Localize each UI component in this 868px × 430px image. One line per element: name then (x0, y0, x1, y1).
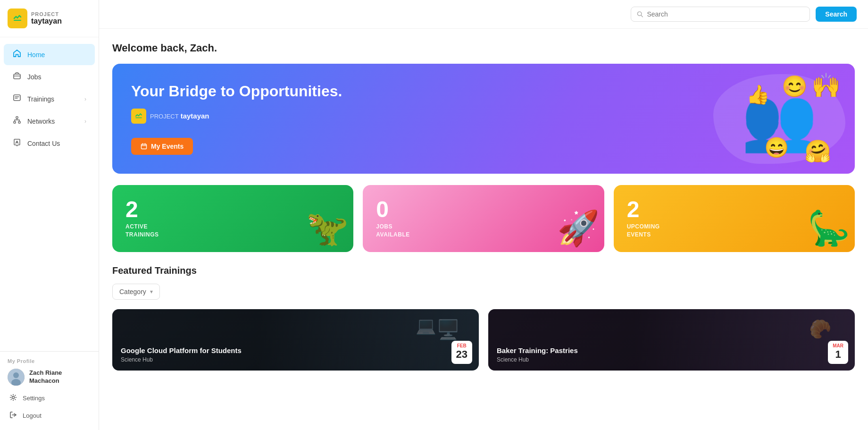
stat-card-jobs: 0 JOBS AVAILABLE 🚀 (363, 185, 604, 252)
logout-link[interactable]: Logout (8, 408, 91, 423)
contact-icon (12, 138, 22, 149)
sidebar-item-jobs[interactable]: Jobs (4, 66, 95, 87)
main-content: Search Welcome back, Zach. Your Bridge t… (99, 0, 868, 430)
logo-text: PROJECT taytayan (31, 11, 62, 25)
svg-rect-3 (16, 117, 18, 118)
sidebar-item-contact[interactable]: Contact Us (4, 133, 95, 154)
sidebar-bottom: My Profile Zach Riane Machacon Se (0, 351, 99, 430)
sidebar-item-trainings[interactable]: Trainings › (4, 88, 95, 110)
svg-rect-5 (18, 121, 20, 123)
contact-label: Contact Us (27, 140, 60, 147)
logo-app-name: taytayan (31, 17, 62, 25)
networks-icon (12, 116, 22, 126)
training-sub-1: Science Hub (497, 356, 846, 363)
hero-app-name: taytayan (181, 112, 209, 120)
training-title-0: Google Cloud Platform for Students (121, 346, 470, 354)
hero-project-label: PROJECT (150, 113, 179, 120)
hero-banner: Your Bridge to Opportunities. PROJECTtay… (112, 64, 855, 174)
avatar (8, 369, 25, 386)
stat-card-events: 2 UPCOMING EVENTS 🦕 (614, 185, 855, 252)
date-day-0: 23 (456, 348, 467, 361)
mascot-rocket: 🚀 (557, 208, 600, 248)
trainings-arrow: › (84, 96, 86, 102)
training-card-1[interactable]: 🥐 Baker Training: Pastries Science Hub M… (488, 309, 855, 371)
svg-point-8 (13, 372, 19, 378)
logo-project-label: PROJECT (31, 11, 62, 17)
home-icon (12, 49, 22, 60)
date-badge-0: FEB 23 (451, 341, 472, 363)
training-title-1: Baker Training: Pastries (497, 346, 846, 354)
mascot-dino-yellow: 🦕 (808, 208, 850, 248)
search-icon (637, 11, 643, 17)
svg-rect-13 (142, 144, 147, 149)
sidebar-item-networks[interactable]: Networks › (4, 110, 95, 132)
sidebar-item-home[interactable]: Home (4, 44, 95, 65)
date-month-0: FEB (456, 344, 467, 348)
training-card-0[interactable]: 🖥️ 💻 Google Cloud Platform for Students … (112, 309, 479, 371)
logout-icon (9, 411, 18, 420)
hero-left: Your Bridge to Opportunities. PROJECTtay… (131, 83, 342, 155)
search-wrapper (631, 7, 810, 22)
hero-logo-icon (131, 109, 146, 124)
stats-row: 2 ACTIVE TRAININGS 🦖 0 JOBS AVAILABLE 🚀 … (112, 185, 855, 252)
stat-card-trainings: 2 ACTIVE TRAININGS 🦖 (112, 185, 353, 252)
my-events-button[interactable]: My Events (131, 138, 193, 155)
networks-arrow: › (84, 118, 86, 125)
hero-logo: PROJECTtaytayan (131, 109, 342, 124)
category-label: Category (119, 288, 146, 295)
date-month-1: MAR (833, 344, 843, 348)
settings-link[interactable]: Settings (8, 390, 91, 406)
hero-people-illustration: 👥 🙌 😊 👍 🤗 😄 (676, 64, 855, 174)
jobs-label: Jobs (27, 73, 42, 81)
hero-logo-text: PROJECTtaytayan (150, 112, 209, 120)
trainings-label: Trainings (27, 95, 54, 103)
svg-rect-2 (14, 95, 20, 101)
search-input[interactable] (647, 10, 804, 18)
date-badge-1: MAR 1 (828, 341, 848, 363)
logo-icon (8, 8, 27, 28)
training-cards-grid: 🖥️ 💻 Google Cloud Platform for Students … (112, 309, 855, 371)
nav-menu: Home Jobs Trainings › (0, 37, 99, 351)
category-filter[interactable]: Category ▾ (112, 284, 160, 300)
mascot-dinosaur: 🦖 (306, 208, 349, 248)
svg-point-10 (12, 396, 15, 399)
sidebar: PROJECT taytayan Home Jobs (0, 0, 99, 430)
welcome-message: Welcome back, Zach. (112, 42, 855, 54)
page-content: Welcome back, Zach. Your Bridge to Oppor… (99, 29, 868, 384)
sidebar-logo: PROJECT taytayan (0, 0, 99, 37)
svg-rect-4 (14, 121, 16, 123)
networks-label: Networks (27, 118, 55, 125)
date-day-1: 1 (833, 348, 843, 361)
category-chevron: ▾ (150, 288, 153, 295)
featured-trainings: Featured Trainings Category ▾ 🖥️ 💻 Googl… (112, 265, 855, 371)
logout-label: Logout (23, 412, 42, 419)
settings-icon (9, 394, 18, 403)
my-events-label: My Events (151, 143, 184, 150)
featured-title: Featured Trainings (112, 265, 855, 276)
page-header: Search (99, 0, 868, 29)
profile-name: Zach Riane Machacon (29, 369, 91, 385)
svg-rect-1 (14, 74, 20, 79)
search-button[interactable]: Search (816, 7, 857, 22)
settings-label: Settings (23, 395, 45, 402)
jobs-icon (12, 71, 22, 82)
training-sub-0: Science Hub (121, 356, 470, 363)
home-label: Home (27, 51, 45, 59)
trainings-icon (12, 93, 22, 104)
bottom-links: Settings Logout (8, 390, 91, 423)
profile-section-label: My Profile (8, 358, 91, 364)
hero-title: Your Bridge to Opportunities. (131, 83, 342, 100)
calendar-icon (141, 143, 147, 150)
profile-row: Zach Riane Machacon (8, 369, 91, 386)
